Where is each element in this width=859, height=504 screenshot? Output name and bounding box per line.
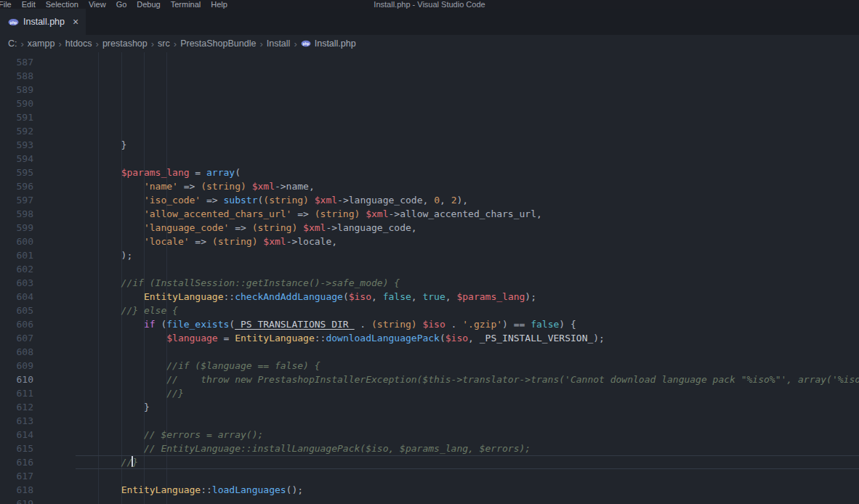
code-line[interactable] [76, 262, 859, 276]
line-number[interactable]: 589 [0, 83, 45, 97]
chevron-right-icon: › [170, 38, 180, 49]
breadcrumb-item[interactable]: prestashop [102, 38, 148, 49]
breadcrumb-item[interactable]: src [158, 38, 170, 49]
code-line[interactable]: if (file_exists(_PS_TRANSLATIONS_DIR_ . … [76, 317, 859, 331]
code-line[interactable] [76, 345, 859, 359]
svg-text:php: php [302, 42, 309, 46]
menu-item-go[interactable]: Go [111, 0, 132, 9]
code-line[interactable]: 'locale' => (string) $xml->locale, [76, 235, 859, 248]
code-line[interactable] [76, 497, 859, 504]
line-number[interactable]: 610 [0, 373, 45, 386]
line-number[interactable]: 600 [0, 235, 45, 248]
tab-bar: php Install.php × [0, 9, 859, 35]
php-file-icon: php [8, 17, 19, 28]
code-line[interactable]: //if ($language == false) { [76, 359, 859, 373]
breadcrumb: C:›xampp›htdocs›prestashop›src›PrestaSho… [0, 35, 859, 52]
code-line[interactable]: //if (InstallSession::getInstance()->saf… [76, 276, 859, 290]
code-line[interactable]: } [76, 138, 859, 152]
code-line[interactable] [76, 414, 859, 428]
line-number[interactable]: 588 [0, 69, 45, 83]
chevron-right-icon: › [290, 38, 300, 49]
breadcrumb-file-icon: php [301, 38, 311, 49]
line-number[interactable]: 594 [0, 152, 45, 166]
menu-bar: FileEditSelectionViewGoDebugTerminalHelp [0, 0, 233, 9]
line-number[interactable]: 598 [0, 207, 45, 221]
code-line[interactable]: // EntityLanguage::installLanguagePack($… [76, 442, 859, 455]
line-number[interactable]: 611 [0, 386, 45, 400]
line-number[interactable]: 587 [0, 55, 45, 69]
svg-text:php: php [10, 20, 17, 24]
line-number[interactable]: 599 [0, 221, 45, 235]
line-number[interactable]: 617 [0, 469, 45, 483]
line-number[interactable]: 604 [0, 290, 45, 304]
code-line[interactable]: // throw new PrestashopInstallerExceptio… [76, 373, 859, 386]
chevron-right-icon: › [17, 38, 28, 49]
line-number[interactable]: 605 [0, 304, 45, 317]
code-line[interactable]: EntityLanguage::loadLanguages(); [76, 483, 859, 497]
line-number[interactable]: 601 [0, 248, 45, 262]
code-line[interactable]: 'iso_code' => substr((string) $xml->lang… [76, 193, 859, 207]
line-number[interactable]: 602 [0, 262, 45, 276]
code-line[interactable]: 'allow_accented_chars_url' => (string) $… [76, 207, 859, 221]
tab-close-button[interactable]: × [73, 17, 78, 27]
menu-item-file[interactable]: File [0, 0, 17, 9]
title-bar: FileEditSelectionViewGoDebugTerminalHelp… [0, 0, 859, 9]
breadcrumb-item[interactable]: Install [267, 38, 291, 49]
breadcrumb-items: C:›xampp›htdocs›prestashop›src›PrestaSho… [8, 38, 301, 49]
menu-item-view[interactable]: View [84, 0, 111, 9]
line-number[interactable]: 612 [0, 400, 45, 414]
line-number[interactable]: 613 [0, 414, 45, 428]
tab-label: Install.php [23, 17, 65, 27]
chevron-right-icon: › [148, 38, 158, 49]
line-number[interactable]: 590 [0, 97, 45, 110]
code-editor: 5875885895905915925935945955965975985996… [0, 52, 859, 504]
code-line[interactable] [76, 469, 859, 483]
code-line[interactable]: $params_lang = array( [76, 166, 859, 179]
line-number[interactable]: 597 [0, 193, 45, 207]
chevron-right-icon: › [92, 38, 102, 49]
code-line[interactable]: //} [76, 455, 859, 469]
line-number[interactable]: 606 [0, 317, 45, 331]
code-line[interactable]: 'language_code' => (string) $xml->langua… [76, 221, 859, 235]
line-number[interactable]: 593 [0, 138, 45, 152]
code-line[interactable]: 'name' => (string) $xml->name, [76, 179, 859, 193]
menu-item-help[interactable]: Help [206, 0, 233, 9]
line-number[interactable]: 619 [0, 497, 45, 504]
line-number[interactable]: 592 [0, 124, 45, 138]
line-number[interactable]: 595 [0, 166, 45, 179]
code-line[interactable]: EntityLanguage::checkAndAddLanguage($iso… [76, 290, 859, 304]
line-number[interactable]: 614 [0, 428, 45, 442]
menu-item-selection[interactable]: Selection [41, 0, 84, 9]
line-number[interactable]: 616 [0, 455, 45, 469]
code-line[interactable]: //} else { [76, 304, 859, 317]
menu-item-edit[interactable]: Edit [17, 0, 41, 9]
chevron-right-icon: › [256, 38, 266, 49]
breadcrumb-item[interactable]: xampp [28, 38, 55, 49]
menu-item-terminal[interactable]: Terminal [166, 0, 206, 9]
line-number[interactable]: 615 [0, 442, 45, 455]
line-number[interactable]: 608 [0, 345, 45, 359]
line-number[interactable]: 609 [0, 359, 45, 373]
menu-item-debug[interactable]: Debug [132, 0, 165, 9]
code-line[interactable]: //} [76, 386, 859, 400]
line-number[interactable]: 591 [0, 110, 45, 124]
line-number[interactable]: 618 [0, 483, 45, 497]
breadcrumb-file[interactable]: php Install.php [301, 38, 356, 49]
code-line[interactable]: // $errors = array(); [76, 428, 859, 442]
code-line[interactable]: $language = EntityLanguage::downloadLang… [76, 331, 859, 345]
line-number[interactable]: 607 [0, 331, 45, 345]
breadcrumb-item[interactable]: htdocs [65, 38, 92, 49]
breadcrumb-item[interactable]: C: [8, 38, 17, 49]
chevron-right-icon: › [55, 38, 65, 49]
tab-install-php[interactable]: php Install.php × [0, 9, 86, 35]
line-number[interactable]: 596 [0, 179, 45, 193]
code-line[interactable]: ); [76, 248, 859, 262]
breadcrumb-item[interactable]: PrestaShopBundle [180, 38, 256, 49]
breadcrumb-file-label: Install.php [315, 38, 356, 49]
code-line[interactable]: } [76, 400, 859, 414]
code-line[interactable] [76, 152, 859, 166]
line-number[interactable]: 603 [0, 276, 45, 290]
code-area[interactable]: } $params_lang = array( 'name' => (strin… [45, 52, 859, 504]
gutter: 5875885895905915925935945955965975985996… [0, 52, 45, 504]
